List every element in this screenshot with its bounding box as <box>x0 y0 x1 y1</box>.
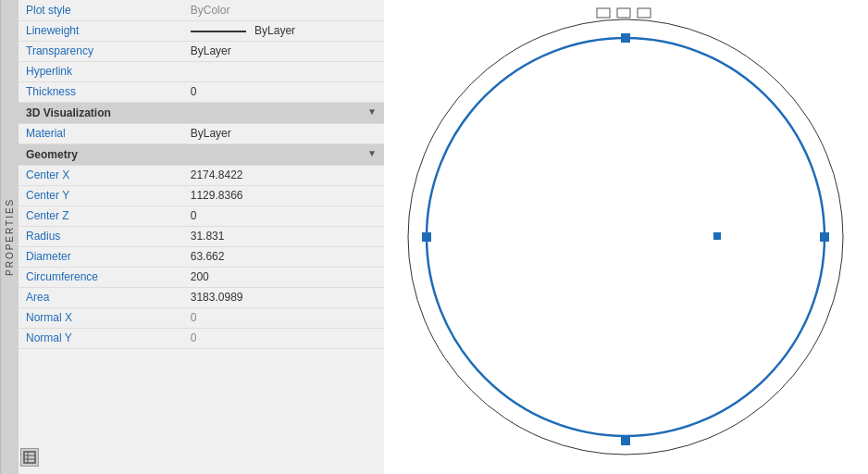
prop-row-circumference[interactable]: Circumference 200 <box>19 267 384 287</box>
grip-bottom[interactable] <box>622 437 630 445</box>
prop-row-transparency[interactable]: Transparency ByLayer <box>19 41 384 61</box>
prop-label-normal-y: Normal Y <box>19 328 183 348</box>
canvas-area[interactable] <box>384 0 868 474</box>
prop-row-normal-x[interactable]: Normal X 0 <box>19 307 384 328</box>
inner-circle-selected[interactable] <box>427 38 825 436</box>
prop-value-thickness[interactable]: 0 <box>183 81 384 102</box>
prop-row-center-y[interactable]: Center Y 1129.8366 <box>19 185 384 206</box>
outer-circle <box>408 19 843 455</box>
grip-center <box>714 233 721 240</box>
prop-row-thickness[interactable]: Thickness 0 <box>19 81 384 102</box>
properties-table: Plot style ByColor Lineweight ByLayer Tr… <box>19 0 384 349</box>
prop-row-material[interactable]: Material ByLayer <box>19 123 384 143</box>
prop-label-center-z: Center Z <box>19 206 183 226</box>
section-3d-viz-title[interactable]: 3D Visualization ▼ <box>19 102 384 123</box>
prop-value-center-x[interactable]: 2174.8422 <box>183 165 384 185</box>
section-3d-viz[interactable]: 3D Visualization ▼ <box>19 102 384 123</box>
lineweight-line-icon <box>191 31 246 32</box>
prop-row-center-z[interactable]: Center Z 0 <box>19 206 384 226</box>
prop-value-hyperlink[interactable] <box>183 61 384 81</box>
prop-row-lineweight[interactable]: Lineweight ByLayer <box>19 20 384 41</box>
prop-row-hyperlink[interactable]: Hyperlink <box>19 61 384 81</box>
prop-label-thickness: Thickness <box>19 81 183 102</box>
prop-value-center-y[interactable]: 1129.8366 <box>183 185 384 206</box>
prop-label-transparency: Transparency <box>19 41 183 61</box>
prop-row-normal-y[interactable]: Normal Y 0 <box>19 328 384 348</box>
prop-row-area[interactable]: Area 3183.0989 <box>19 287 384 307</box>
viz-section-arrow: ▼ <box>367 106 377 117</box>
prop-value-diameter[interactable]: 63.662 <box>183 246 384 267</box>
prop-value-circumference[interactable]: 200 <box>183 267 384 287</box>
prop-value-normal-y[interactable]: 0 <box>183 328 384 348</box>
grip-left[interactable] <box>423 233 431 242</box>
prop-row-diameter[interactable]: Diameter 63.662 <box>19 246 384 267</box>
properties-list[interactable]: Plot style ByColor Lineweight ByLayer Tr… <box>19 0 384 474</box>
prop-label-normal-x: Normal X <box>19 307 183 328</box>
prop-label-radius: Radius <box>19 226 183 246</box>
prop-label-center-x: Center X <box>19 165 183 185</box>
prop-value-material[interactable]: ByLayer <box>183 123 384 143</box>
grip-top[interactable] <box>622 34 630 43</box>
prop-value-plot-style[interactable]: ByColor <box>183 0 384 20</box>
handle-top-right[interactable] <box>638 8 651 18</box>
prop-label-lineweight: Lineweight <box>19 20 183 41</box>
geo-section-label: Geometry <box>26 148 78 161</box>
handle-top-left[interactable] <box>597 8 610 18</box>
prop-row-radius[interactable]: Radius 31.831 <box>19 226 384 246</box>
prop-label-diameter: Diameter <box>19 246 183 267</box>
geo-section-arrow: ▼ <box>367 148 377 158</box>
prop-value-radius[interactable]: 31.831 <box>183 226 384 246</box>
prop-value-area[interactable]: 3183.0989 <box>183 287 384 307</box>
prop-label-area: Area <box>19 287 183 307</box>
prop-value-transparency[interactable]: ByLayer <box>183 41 384 61</box>
prop-label-hyperlink: Hyperlink <box>19 61 183 81</box>
svg-rect-0 <box>24 452 35 463</box>
prop-value-lineweight[interactable]: ByLayer <box>183 20 384 41</box>
handle-top-center[interactable] <box>617 8 630 18</box>
drawing-canvas <box>384 0 868 474</box>
section-geometry-title[interactable]: Geometry ▼ <box>19 143 384 165</box>
section-geometry[interactable]: Geometry ▼ <box>19 143 384 165</box>
panel-title-label: PROPERTIES <box>0 0 19 474</box>
prop-label-plot-style: Plot style <box>19 0 183 20</box>
properties-icon <box>23 451 36 464</box>
prop-label-circumference: Circumference <box>19 267 183 287</box>
viz-section-label: 3D Visualization <box>26 106 111 119</box>
prop-value-center-z[interactable]: 0 <box>183 206 384 226</box>
prop-row-center-x[interactable]: Center X 2174.8422 <box>19 165 384 185</box>
prop-label-material: Material <box>19 123 183 143</box>
bottom-panel-icon[interactable] <box>20 448 39 467</box>
prop-value-normal-x[interactable]: 0 <box>183 307 384 328</box>
prop-row-plot-style[interactable]: Plot style ByColor <box>19 0 384 20</box>
properties-panel: PROPERTIES Plot style ByColor Lineweight… <box>0 0 384 474</box>
grip-right[interactable] <box>821 233 829 242</box>
sidebar-text: PROPERTIES <box>5 198 15 276</box>
prop-label-center-y: Center Y <box>19 185 183 206</box>
